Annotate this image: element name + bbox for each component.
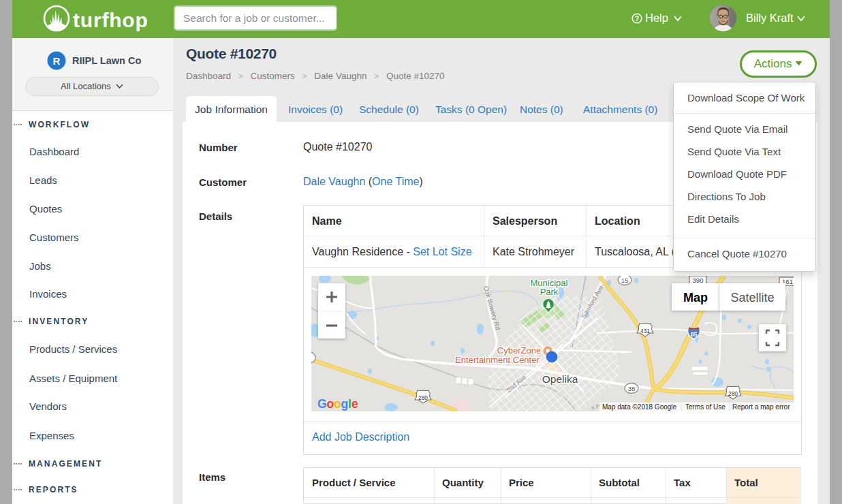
svg-text:Map: Map bbox=[683, 291, 708, 304]
svg-text:15: 15 bbox=[621, 277, 629, 284]
svg-text:280: 280 bbox=[418, 394, 428, 401]
svg-text:Opelika: Opelika bbox=[542, 373, 578, 385]
svg-text:38: 38 bbox=[628, 385, 636, 392]
svg-text:l: l bbox=[348, 397, 351, 411]
svg-text:390: 390 bbox=[693, 277, 704, 284]
svg-text:CyberZone: CyberZone bbox=[497, 345, 541, 356]
svg-text:g: g bbox=[341, 397, 348, 411]
svg-text:280: 280 bbox=[728, 390, 738, 397]
svg-text:o: o bbox=[327, 397, 334, 411]
svg-text:85: 85 bbox=[691, 331, 698, 338]
svg-text:Park: Park bbox=[540, 287, 559, 297]
svg-text:Entertainment Center: Entertainment Center bbox=[455, 355, 540, 365]
svg-text:R: R bbox=[53, 55, 61, 67]
svg-text:Terms of Use: Terms of Use bbox=[685, 403, 726, 411]
svg-text:e: e bbox=[352, 397, 358, 411]
svg-text:G: G bbox=[317, 397, 326, 411]
svg-text:Satellite: Satellite bbox=[730, 291, 774, 304]
svg-text:Report a map error: Report a map error bbox=[732, 403, 790, 411]
svg-text:o: o bbox=[334, 397, 341, 411]
svg-text:431: 431 bbox=[640, 328, 650, 334]
svg-text:Map data ©2018 Google: Map data ©2018 Google bbox=[602, 403, 677, 411]
svg-text:?: ? bbox=[635, 15, 639, 22]
